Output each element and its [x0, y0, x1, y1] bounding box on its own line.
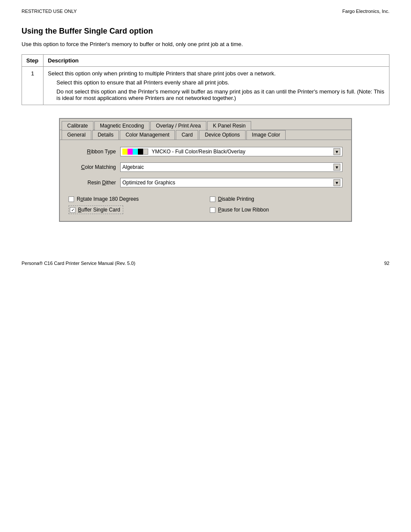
rotate-image-row: Rotate Image 180 Degrees	[68, 196, 201, 202]
rotate-image-checkbox[interactable]	[68, 196, 74, 202]
buffer-single-card-label: Buffer Single Card	[78, 207, 120, 213]
dialog-box: Calibrate Magnetic Encoding Overlay / Pr…	[59, 118, 352, 222]
header-left: RESTRICTED USE ONLY	[22, 9, 77, 14]
tab-color-management[interactable]: Color Management	[120, 130, 175, 140]
ribbon-type-row: Ribbon Type YMCKO - Full Color/Resin Bla…	[68, 147, 342, 156]
resin-dither-row: Resin Dither Optimized for Graphics ▼	[68, 178, 342, 187]
footer-left: Persona® C16 Card Printer Service Manual…	[22, 261, 135, 266]
color-magenta	[128, 149, 133, 155]
pause-low-ribbon-label: Pause for Low Ribbon	[218, 207, 269, 213]
resin-dither-label: Resin Dither	[68, 180, 120, 186]
pause-low-ribbon-checkbox[interactable]	[210, 207, 215, 213]
footer: Persona® C16 Card Printer Service Manual…	[22, 256, 389, 266]
section-title: Using the Buffer Single Card option	[22, 27, 389, 36]
buffer-single-card-checkbox[interactable]	[70, 207, 75, 213]
color-matching-label: Color Matching	[68, 164, 120, 170]
color-matching-select[interactable]: Algebraic ▼	[120, 162, 342, 172]
tab-k-panel-resin[interactable]: K Panel Resin	[207, 121, 251, 130]
tab-image-color[interactable]: Image Color	[246, 130, 286, 140]
steps-table: Step Description 1 Select this option on…	[22, 54, 389, 105]
resin-dither-value: Optimized for Graphics	[122, 180, 175, 186]
tab-device-options[interactable]: Device Options	[199, 130, 245, 140]
tab-calibrate[interactable]: Calibrate	[62, 121, 93, 130]
color-black	[138, 149, 143, 155]
ribbon-color-blocks	[122, 149, 148, 155]
checkboxes-area: Rotate Image 180 Degrees Disable Printin…	[68, 196, 342, 214]
ribbon-type-label: Ribbon Type	[68, 149, 120, 155]
disable-printing-row: Disable Printing	[210, 196, 342, 202]
table-row: 1 Select this option only when printing …	[22, 67, 389, 105]
footer-right: 92	[384, 261, 389, 266]
ribbon-type-select[interactable]: YMCKO - Full Color/Resin Black/Overlay ▼	[120, 147, 342, 156]
ribbon-type-dropdown-arrow[interactable]: ▼	[333, 148, 340, 155]
color-cyan	[133, 149, 138, 155]
header-right: Fargo Electronics, Inc.	[342, 9, 389, 14]
buffer-single-card-row: Buffer Single Card	[68, 205, 201, 214]
tabs-bottom-row: General Details Color Management Card De…	[60, 130, 351, 140]
color-yellow	[122, 149, 128, 155]
tab-overlay-print-area[interactable]: Overlay / Print Area	[150, 121, 206, 130]
dialog-content: Ribbon Type YMCKO - Full Color/Resin Bla…	[60, 140, 351, 221]
resin-dither-dropdown-arrow[interactable]: ▼	[333, 179, 340, 186]
rotate-image-label: Rotate Image 180 Degrees	[77, 196, 139, 202]
disable-printing-checkbox[interactable]	[210, 196, 215, 202]
color-matching-dropdown-arrow[interactable]: ▼	[333, 164, 340, 171]
col-step: Step	[22, 55, 44, 67]
color-matching-row: Color Matching Algebraic ▼	[68, 162, 342, 172]
pause-low-ribbon-row: Pause for Low Ribbon	[210, 205, 342, 214]
tab-general[interactable]: General	[62, 130, 91, 140]
intro-text: Use this option to force the Printer's m…	[22, 41, 389, 47]
color-matching-value: Algebraic	[122, 164, 144, 170]
color-overlay	[143, 149, 148, 155]
disable-printing-label: Disable Printing	[218, 196, 254, 202]
step-description: Select this option only when printing to…	[44, 67, 389, 105]
col-description: Description	[44, 55, 389, 67]
buffer-single-card-wrapper: Buffer Single Card	[68, 205, 123, 214]
step-number: 1	[22, 67, 44, 105]
tab-card[interactable]: Card	[176, 130, 198, 140]
tab-details[interactable]: Details	[92, 130, 119, 140]
tab-magnetic-encoding[interactable]: Magnetic Encoding	[94, 121, 149, 130]
resin-dither-select[interactable]: Optimized for Graphics ▼	[120, 178, 342, 187]
tabs-top-row: Calibrate Magnetic Encoding Overlay / Pr…	[60, 119, 351, 130]
ribbon-type-value: YMCKO - Full Color/Resin Black/Overlay	[152, 149, 245, 155]
